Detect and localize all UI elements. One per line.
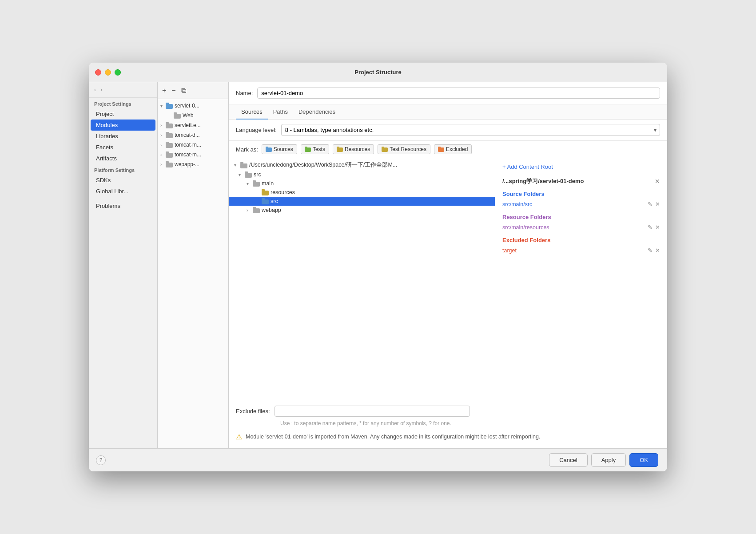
- svg-rect-19: [337, 147, 339, 148]
- minimize-button[interactable]: [105, 69, 111, 76]
- titlebar: Project Structure: [89, 63, 667, 82]
- resource-folders-section: Resource Folders src/main/resources ✎ ✕: [502, 214, 660, 231]
- ok-button[interactable]: OK: [629, 453, 658, 467]
- svg-rect-31: [262, 189, 265, 191]
- nav-row: ‹ ›: [89, 82, 157, 98]
- svg-rect-11: [166, 151, 169, 153]
- sources-panel: Language level: 8 - Lambdas, type annota…: [229, 120, 667, 448]
- tree-item-tomcat-m2[interactable]: › tomcat-m...: [158, 150, 228, 159]
- apply-button[interactable]: Apply: [591, 453, 626, 467]
- mark-as-excluded-button[interactable]: Excluded: [434, 144, 472, 154]
- warning-row: ⚠ Module 'servlet-01-demo' is imported f…: [236, 430, 660, 444]
- cancel-button[interactable]: Cancel: [549, 453, 587, 467]
- forward-arrow[interactable]: ›: [99, 86, 103, 94]
- svg-rect-28: [253, 182, 260, 187]
- svg-rect-18: [337, 147, 343, 152]
- ftree-main[interactable]: ▾ main: [229, 179, 495, 188]
- sidebar-item-artifacts[interactable]: Artifacts: [89, 153, 157, 164]
- svg-rect-0: [166, 104, 173, 109]
- resource-folder-edit-icon[interactable]: ✎: [648, 224, 653, 231]
- sidebar-item-global-libs[interactable]: Global Libr...: [89, 186, 157, 197]
- svg-rect-33: [262, 198, 265, 200]
- sidebar-item-facets[interactable]: Facets: [89, 142, 157, 153]
- sidebar-item-problems[interactable]: Problems: [89, 200, 157, 211]
- excluded-folder-entry: target ✎ ✕: [502, 246, 660, 255]
- ftree-src-inner[interactable]: src: [229, 197, 495, 206]
- copy-module-button[interactable]: ⧉: [180, 87, 187, 94]
- mark-as-test-resources-button[interactable]: Test Resources: [378, 144, 430, 154]
- exclude-files-row: Exclude files:: [236, 406, 660, 417]
- resource-folder-remove-icon[interactable]: ✕: [655, 224, 660, 231]
- resource-folders-title: Resource Folders: [502, 214, 660, 220]
- ftree-src[interactable]: ▾ src: [229, 170, 495, 179]
- svg-rect-1: [166, 103, 169, 104]
- excluded-folder-path: target: [502, 247, 645, 254]
- tree-item-tomcat-d[interactable]: › tomcat-d...: [158, 130, 228, 140]
- svg-rect-35: [253, 207, 256, 209]
- help-button[interactable]: ?: [96, 455, 106, 465]
- ftree-webapp[interactable]: › webapp: [229, 206, 495, 215]
- mark-as-tests-button[interactable]: Tests: [301, 144, 329, 154]
- tabs-row: Sources Paths Dependencies: [229, 104, 667, 120]
- remove-module-button[interactable]: −: [171, 87, 176, 94]
- language-level-select-wrapper: 8 - Lambdas, type annotations etc.: [281, 124, 660, 136]
- maximize-button[interactable]: [115, 69, 121, 76]
- svg-rect-14: [266, 147, 272, 152]
- excluded-folder-remove-icon[interactable]: ✕: [655, 247, 660, 254]
- main-content: ‹ › Project Settings Project Modules Lib…: [89, 82, 667, 448]
- svg-rect-21: [382, 147, 384, 148]
- footer-wrapper: ? Cancel Apply OK: [89, 448, 667, 471]
- main-panel: Name: Sources Paths Dependencies La: [229, 82, 667, 448]
- tree-panel: + − ⧉ ▾ servlet-0... Web: [158, 82, 229, 448]
- svg-rect-25: [240, 162, 243, 164]
- tab-paths[interactable]: Paths: [268, 104, 293, 120]
- exclude-files-label: Exclude files:: [236, 408, 270, 414]
- svg-rect-20: [382, 147, 388, 152]
- mark-as-row: Mark as: Sources Tests Resources: [229, 141, 667, 158]
- sidebar-item-project[interactable]: Project: [89, 108, 157, 120]
- source-folder-entry: src/main/src ✎ ✕: [502, 200, 660, 208]
- source-folder-remove-icon[interactable]: ✕: [655, 201, 660, 207]
- tab-sources[interactable]: Sources: [236, 104, 268, 120]
- sources-body: ▾ /Users/uncledong/Desktop/WorkSpace/研一下…: [229, 158, 667, 401]
- add-content-root-button[interactable]: + Add Content Root: [502, 163, 660, 170]
- svg-rect-8: [166, 143, 173, 148]
- language-level-select[interactable]: 8 - Lambdas, type annotations etc.: [281, 124, 660, 136]
- language-level-row: Language level: 8 - Lambdas, type annota…: [229, 120, 667, 141]
- project-structure-window: Project Structure ‹ › Project Settings P…: [89, 63, 667, 471]
- tree-item-wepapp[interactable]: › wepapp-...: [158, 159, 228, 169]
- tree-item-tomcat-m1[interactable]: › tomcat-m...: [158, 140, 228, 150]
- svg-rect-23: [438, 147, 441, 148]
- name-input[interactable]: [257, 88, 660, 99]
- source-folder-edit-icon[interactable]: ✎: [648, 201, 653, 207]
- sidebar-item-libraries[interactable]: Libraries: [89, 131, 157, 142]
- right-info-panel: + Add Content Root /...spring学习/servlet-…: [495, 158, 667, 401]
- content-root-close-button[interactable]: ✕: [655, 178, 660, 184]
- warning-icon: ⚠: [236, 433, 242, 441]
- excluded-folder-edit-icon[interactable]: ✎: [648, 247, 653, 254]
- mark-as-resources-button[interactable]: Resources: [333, 144, 374, 154]
- back-arrow[interactable]: ‹: [93, 86, 97, 94]
- tab-dependencies[interactable]: Dependencies: [293, 104, 341, 120]
- footer: ? Cancel Apply OK: [89, 448, 667, 471]
- ftree-root[interactable]: ▾ /Users/uncledong/Desktop/WorkSpace/研一下…: [229, 160, 495, 170]
- excluded-folders-title: Excluded Folders: [502, 237, 660, 243]
- tree-item-servlet-01[interactable]: ▾ servlet-0...: [158, 101, 228, 111]
- mark-as-sources-button[interactable]: Sources: [262, 144, 297, 154]
- exclude-files-input[interactable]: [275, 406, 470, 417]
- tree-item-web[interactable]: Web: [158, 111, 228, 120]
- svg-rect-5: [166, 122, 169, 124]
- warning-text: Module 'servlet-01-demo' is imported fro…: [246, 433, 540, 441]
- ftree-resources[interactable]: resources: [229, 188, 495, 197]
- sidebar-item-modules[interactable]: Modules: [91, 120, 155, 131]
- sidebar-item-sdks[interactable]: SDKs: [89, 175, 157, 186]
- content-root-name: /...spring学习/servlet-01-demo: [502, 177, 584, 185]
- source-folders-title: Source Folders: [502, 191, 660, 197]
- svg-rect-17: [305, 147, 307, 148]
- svg-rect-15: [266, 147, 268, 148]
- excluded-folders-section: Excluded Folders target ✎ ✕: [502, 237, 660, 255]
- add-module-button[interactable]: +: [161, 87, 167, 94]
- source-folders-section: Source Folders src/main/src ✎ ✕: [502, 191, 660, 208]
- tree-item-servletle[interactable]: › servletLe...: [158, 120, 228, 130]
- close-button[interactable]: [95, 69, 101, 76]
